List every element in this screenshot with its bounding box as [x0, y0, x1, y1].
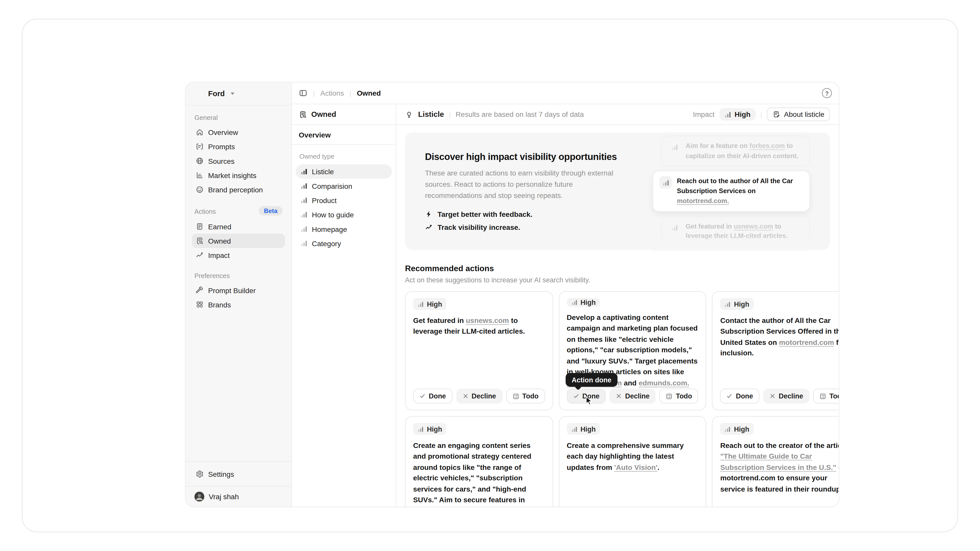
subnav-overview-label: Overview [299, 131, 331, 138]
smiley-icon [196, 186, 204, 194]
sidebar-item-brands[interactable]: Brands [192, 297, 285, 312]
results-note: Results are based on last 7 days of data [455, 110, 584, 118]
action-card: High Get featured in usnews.com to lever… [405, 291, 553, 410]
subnav-item-homepage[interactable]: Homepage [296, 222, 392, 236]
content-column: | Actions | Owned ? Owned Overview [292, 83, 839, 507]
check-icon [573, 393, 579, 399]
fade-overlay [652, 234, 810, 251]
action-card: High Develop a captivating content campa… [558, 291, 707, 410]
help-icon[interactable]: ? [822, 88, 832, 98]
subnav-item-label: Category [312, 240, 341, 247]
avatar [194, 492, 204, 502]
breadcrumb-parent[interactable]: Actions [320, 89, 344, 97]
x-icon [769, 393, 775, 399]
subnav-item-product[interactable]: Product [296, 193, 392, 207]
todo-button[interactable]: Todo [506, 389, 545, 403]
bars-icon [417, 301, 424, 307]
bars-icon [301, 225, 307, 232]
done-button[interactable]: Done [720, 389, 759, 403]
impact-badge: High [566, 298, 600, 306]
sidebar-item-label: Owned [208, 237, 231, 245]
impact-filter[interactable]: High [719, 108, 756, 121]
sidebar-item-brand-perception[interactable]: Brand perception [192, 183, 285, 197]
inline-link[interactable]: usnews.com [734, 222, 773, 230]
todo-button[interactable]: Todo [813, 389, 838, 403]
main-panel: Listicle | Results are based on last 7 d… [396, 104, 839, 507]
decline-button[interactable]: Decline [609, 389, 656, 403]
inline-link[interactable]: usnews.com [466, 317, 509, 324]
sidebar-item-impact[interactable]: Impact [192, 248, 285, 262]
hero-bullet: Track visibility increase. [425, 224, 619, 231]
browser-canvas: Ford General Overview Prompts Sources Ma… [22, 19, 958, 532]
bars-icon [301, 197, 307, 203]
decline-button[interactable]: Decline [763, 389, 810, 403]
decline-button[interactable]: Decline [456, 389, 503, 403]
sidebar-item-settings[interactable]: Settings [192, 467, 285, 481]
subnav-item-overview[interactable]: Overview [292, 125, 396, 145]
impact-badge: High [413, 298, 447, 310]
document-edit-icon [773, 110, 780, 118]
sidebar-section-label: Actions Beta [194, 206, 283, 216]
hero-bullet-text: Track visibility increase. [438, 224, 520, 231]
subnav-item-comparision[interactable]: Comparision [296, 179, 392, 193]
hero-title: Discover high impact visibility opportun… [425, 151, 619, 162]
user-menu[interactable]: Vraj shah [186, 486, 291, 507]
sidebar-item-overview[interactable]: Overview [192, 125, 285, 139]
impact-label: Impact [693, 110, 714, 118]
action-done-tooltip: Action done [566, 373, 618, 387]
impact-badge: High [566, 423, 600, 435]
inline-link[interactable]: 'Auto Vision' [614, 464, 657, 471]
done-button[interactable]: Done [413, 389, 452, 403]
bolt-icon [425, 211, 432, 218]
impact-badge: High [413, 423, 447, 435]
page-title: Listicle [418, 110, 444, 119]
sidebar-footer: Settings Vraj shah [186, 461, 291, 507]
trend-icon [425, 224, 432, 231]
section-title: Recommended actions [405, 264, 830, 273]
inline-link[interactable]: "The Ultimate Guide to Car Subscription … [720, 453, 836, 471]
bars-icon [724, 111, 732, 118]
sidebar-item-sources[interactable]: Sources [192, 154, 285, 168]
sidebar-item-label: Brand perception [208, 186, 263, 193]
inline-link[interactable]: edmunds.com. [638, 379, 689, 386]
action-text: Create a comprehensive summary each day … [566, 441, 698, 473]
main-scroll-area[interactable]: Discover high impact visibility opportun… [396, 125, 839, 507]
document-search-icon [299, 110, 307, 118]
inline-link[interactable]: motortrend.com [779, 338, 834, 346]
about-listicle-button[interactable]: About listicle [767, 107, 830, 121]
subnav-item-label: Listicle [312, 168, 334, 175]
recommended-actions-grid: High Get featured in usnews.com to lever… [405, 291, 830, 507]
inline-link[interactable]: forbes.com [749, 142, 785, 149]
hero-bullet-text: Target better with feedback. [438, 211, 532, 218]
subnav-header: Owned [292, 104, 396, 125]
beta-badge: Beta [259, 206, 283, 216]
sidebar-item-market-insights[interactable]: Market insights [192, 168, 285, 183]
hero-banner: Discover high impact visibility opportun… [405, 132, 830, 250]
bar-chart-icon [196, 171, 204, 179]
impact-badge: High [720, 423, 754, 435]
sidebar-item-owned[interactable]: Owned [192, 233, 285, 248]
todo-button[interactable]: Todo [660, 389, 698, 403]
sidebar-item-prompts[interactable]: Prompts [192, 139, 285, 154]
hero-description: These are curated actions to earn visibi… [425, 167, 619, 201]
bars-icon [671, 224, 678, 231]
preview-action-card: Reach out to the author of All the Car S… [652, 171, 810, 211]
chevron-down-icon [231, 92, 234, 95]
sidebar-item-earned[interactable]: Earned [192, 219, 285, 233]
sidebar-item-prompt-builder[interactable]: Prompt Builder [192, 283, 285, 297]
impact-value: High [735, 110, 751, 118]
subnav-item-label: Comparision [312, 182, 352, 189]
check-icon [419, 393, 425, 399]
inline-link[interactable]: motortrend.com. [677, 197, 729, 204]
subnav-item-category[interactable]: Category [296, 236, 392, 251]
breadcrumb-current: Owned [357, 89, 381, 97]
action-buttons: Done Decline Todo [720, 389, 838, 403]
workspace-switcher[interactable]: Ford [186, 83, 291, 106]
sidebar-nav: General Overview Prompts Sources Market … [186, 106, 291, 321]
todo-list-icon [666, 392, 673, 400]
panel-toggle-icon[interactable] [299, 89, 307, 97]
subnav-item-how-to-guide[interactable]: How to guide [296, 207, 392, 222]
subnav-item-listicle[interactable]: Listicle [296, 164, 392, 179]
prompt-icon [196, 142, 204, 151]
sidebar-section-label: Preferences [194, 272, 283, 279]
